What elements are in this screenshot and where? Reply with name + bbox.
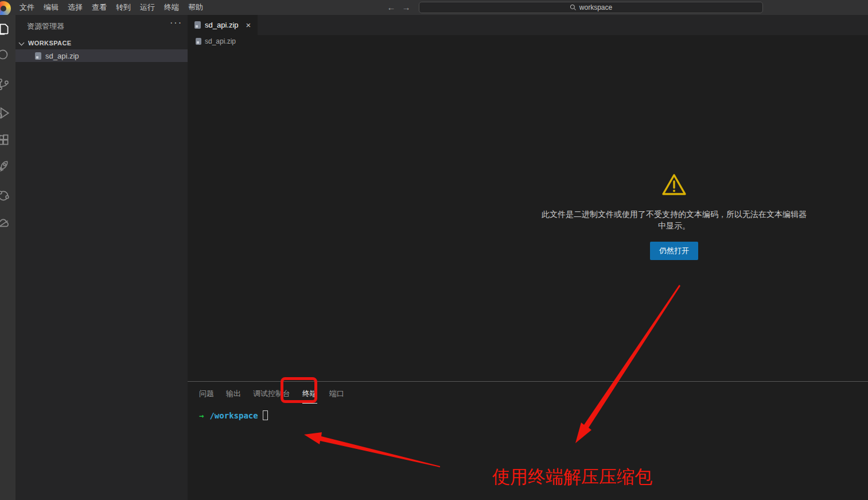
menu-go[interactable]: 转到 [111,0,135,15]
tab-output[interactable]: 输出 [226,389,241,404]
search-icon [570,4,577,11]
terminal-cursor [263,410,268,420]
activity-bar [0,15,15,500]
tab-problems[interactable]: 问题 [199,389,214,404]
title-bar: 文件 编辑 选择 查看 转到 运行 终端 帮助 ← → workspace [0,0,868,15]
zip-file-icon [35,52,41,60]
warning-triangle-icon [661,173,687,197]
rocket-icon[interactable] [0,160,11,175]
app-logo [0,0,14,15]
run-debug-icon[interactable] [0,106,11,121]
tab-label: sd_api.zip [205,21,239,29]
workspace-section-label: WORKSPACE [28,40,72,46]
extensions-icon[interactable] [0,133,11,148]
menu-terminal[interactable]: 终端 [159,0,184,15]
workspace-section-header[interactable]: WORKSPACE [15,37,188,49]
command-center-search[interactable]: workspace [419,2,763,13]
explorer-icon[interactable] [0,22,11,37]
network-icon[interactable] [0,188,11,203]
menu-selection[interactable]: 选择 [63,0,87,15]
file-name: sd_api.zip [45,52,79,60]
sidebar-title: 资源管理器 [27,21,64,32]
explorer-sidebar: 资源管理器 ··· WORKSPACE sd_api.zip [15,15,188,500]
chevron-down-icon [19,40,25,45]
menu-view[interactable]: 查看 [87,0,111,15]
menu-bar: 文件 编辑 选择 查看 转到 运行 终端 帮助 [15,0,208,15]
menu-file[interactable]: 文件 [15,0,39,15]
zip-file-icon [196,38,201,45]
tab-sd-api-zip[interactable]: sd_api.zip × [188,15,258,35]
search-placeholder: workspace [579,3,612,11]
binary-file-warning: 此文件是二进制文件或使用了不受支持的文本编码，所以无法在文本编辑器中显示。 仍然… [539,173,809,260]
zip-file-icon [194,21,201,29]
editor-content: 此文件是二进制文件或使用了不受支持的文本编码，所以无法在文本编辑器中显示。 仍然… [188,48,868,381]
menu-edit[interactable]: 编辑 [39,0,63,15]
menu-help[interactable]: 帮助 [184,0,208,15]
open-anyway-button[interactable]: 仍然打开 [650,242,698,260]
close-icon[interactable]: × [246,20,251,30]
warning-message: 此文件是二进制文件或使用了不受支持的文本编码，所以无法在文本编辑器中显示。 [539,208,809,232]
source-control-icon[interactable] [0,77,11,92]
tab-bar: sd_api.zip × [188,15,868,35]
breadcrumb[interactable]: sd_api.zip [188,35,868,48]
menu-run[interactable]: 运行 [135,0,159,15]
editor-group: sd_api.zip × sd_api.zip 此文件是二进制文件或使用了不受支… [188,15,868,500]
tab-ports[interactable]: 端口 [329,389,344,404]
prompt-arrow-icon: → [199,411,204,420]
cloud-icon[interactable] [0,216,11,231]
search-icon[interactable] [0,48,11,63]
back-arrow-icon[interactable]: ← [384,0,398,15]
bottom-panel: 问题 输出 调试控制台 终端 端口 → /workspace [188,381,868,500]
sidebar-header: 资源管理器 ··· [15,15,188,36]
tab-terminal[interactable]: 终端 [302,389,317,404]
tab-debug-console[interactable]: 调试控制台 [253,389,290,404]
more-actions-icon[interactable]: ··· [168,18,184,28]
terminal[interactable]: → /workspace [199,410,268,420]
breadcrumb-item: sd_api.zip [205,37,236,45]
terminal-cwd: /workspace [209,411,258,420]
panel-tab-bar: 问题 输出 调试控制台 终端 端口 [199,389,356,404]
file-item-sd-api-zip[interactable]: sd_api.zip [15,49,188,62]
forward-arrow-icon[interactable]: → [399,0,413,15]
